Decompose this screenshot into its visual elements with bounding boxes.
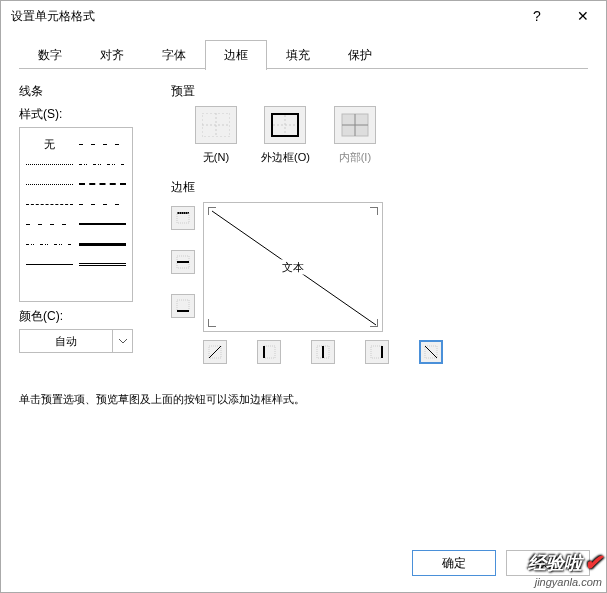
line-section-title: 线条 (19, 83, 159, 100)
line-style-item[interactable] (79, 214, 126, 234)
line-style-list[interactable]: 无 (19, 127, 133, 302)
color-label: 颜色(C): (19, 308, 159, 325)
svg-line-17 (209, 346, 221, 358)
preset-inside-icon (341, 113, 369, 137)
tab-strip: 数字 对齐 字体 边框 填充 保护 (1, 31, 606, 69)
svg-rect-10 (177, 213, 189, 223)
chevron-down-icon (112, 330, 132, 352)
preset-none-label: 无(N) (203, 150, 229, 165)
dialog-buttons: 确定 取消 (412, 550, 590, 576)
border-diag-down-button[interactable] (419, 340, 443, 364)
svg-line-25 (425, 346, 437, 358)
preset-border-panel: 预置 无(N) (159, 83, 588, 364)
titlebar: 设置单元格格式 ? ✕ (1, 1, 606, 31)
preset-section-title: 预置 (171, 83, 588, 100)
preset-none-icon (202, 113, 230, 137)
svg-rect-22 (371, 346, 382, 358)
preset-inside-label: 内部(I) (339, 150, 371, 165)
border-bottom-button[interactable] (171, 294, 195, 318)
border-middle-v-button[interactable] (311, 340, 335, 364)
border-preview[interactable]: 文本 (203, 202, 383, 332)
preset-outline: 外边框(O) (261, 106, 310, 165)
preview-column: 文本 (203, 202, 443, 364)
tab-alignment[interactable]: 对齐 (81, 40, 143, 70)
svg-rect-13 (177, 300, 189, 311)
line-style-item[interactable] (79, 254, 126, 274)
line-style-item[interactable] (26, 254, 73, 274)
line-style-item[interactable] (26, 154, 73, 174)
preset-outline-label: 外边框(O) (261, 150, 310, 165)
line-style-item[interactable] (79, 154, 126, 174)
border-section-title: 边框 (171, 179, 588, 196)
border-top-button[interactable] (171, 206, 195, 230)
watermark-url: jingyanla.com (528, 576, 602, 588)
format-cells-dialog: 设置单元格格式 ? ✕ 数字 对齐 字体 边框 填充 保护 线条 样式(S): … (0, 0, 607, 593)
svg-rect-18 (264, 346, 275, 358)
line-style-item[interactable] (79, 134, 126, 154)
tab-border[interactable]: 边框 (205, 40, 267, 70)
preset-inside-button[interactable] (334, 106, 376, 144)
window-title: 设置单元格格式 (11, 8, 514, 25)
preset-none-button[interactable] (195, 106, 237, 144)
tab-number[interactable]: 数字 (19, 40, 81, 70)
style-label: 样式(S): (19, 106, 159, 123)
preset-outline-button[interactable] (264, 106, 306, 144)
tab-font[interactable]: 字体 (143, 40, 205, 70)
line-style-none[interactable]: 无 (26, 134, 73, 154)
tab-protection[interactable]: 保护 (329, 40, 391, 70)
cancel-button[interactable]: 取消 (506, 550, 590, 576)
preset-outline-icon (271, 113, 299, 137)
line-style-item[interactable] (26, 174, 73, 194)
color-dropdown[interactable]: 自动 (19, 329, 133, 353)
border-edge-buttons-left (171, 206, 195, 364)
preset-none: 无(N) (195, 106, 237, 165)
line-style-item[interactable] (79, 174, 126, 194)
color-row: 颜色(C): 自动 (19, 308, 159, 353)
hint-text: 单击预置选项、预览草图及上面的按钮可以添加边框样式。 (19, 392, 606, 407)
border-diag-up-button[interactable] (203, 340, 227, 364)
line-style-item[interactable] (79, 194, 126, 214)
border-middle-h-button[interactable] (171, 250, 195, 274)
ok-button[interactable]: 确定 (412, 550, 496, 576)
line-panel: 线条 样式(S): 无 颜色(C): 自 (19, 83, 159, 364)
line-style-item[interactable] (79, 234, 126, 254)
border-left-button[interactable] (257, 340, 281, 364)
tab-fill[interactable]: 填充 (267, 40, 329, 70)
color-value: 自动 (20, 334, 112, 349)
line-style-item[interactable] (26, 194, 73, 214)
border-edge-buttons-bottom (203, 340, 443, 364)
line-style-item[interactable] (26, 214, 73, 234)
border-area: 文本 (171, 202, 588, 364)
preview-sample-text: 文本 (280, 260, 306, 275)
line-style-item[interactable] (26, 234, 73, 254)
preset-row: 无(N) 外边框(O) (195, 106, 588, 165)
preset-inside: 内部(I) (334, 106, 376, 165)
close-button[interactable]: ✕ (560, 1, 606, 31)
content-area: 线条 样式(S): 无 颜色(C): 自 (1, 69, 606, 364)
help-button[interactable]: ? (514, 1, 560, 31)
border-right-button[interactable] (365, 340, 389, 364)
